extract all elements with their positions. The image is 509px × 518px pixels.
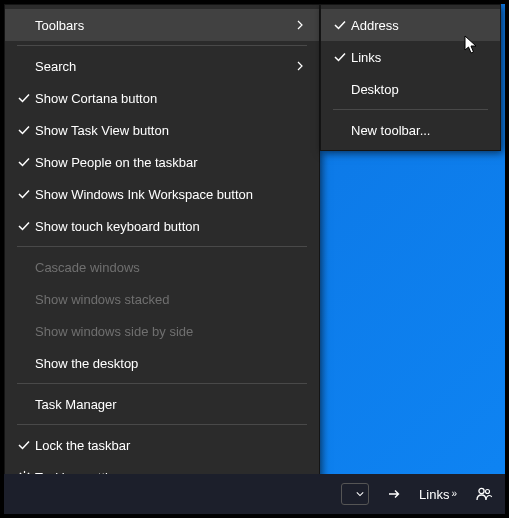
check-icon xyxy=(13,187,35,201)
menu-item-lock-taskbar[interactable]: Lock the taskbar xyxy=(5,429,319,461)
check-icon xyxy=(329,18,351,32)
menu-item-show-touch-keyboard[interactable]: Show touch keyboard button xyxy=(5,210,319,242)
links-toolbar[interactable]: Links » xyxy=(413,478,463,510)
menu-label: Show Cortana button xyxy=(35,91,305,106)
address-dropdown-button[interactable] xyxy=(341,483,369,505)
separator xyxy=(17,383,307,384)
menu-label: Task Manager xyxy=(35,397,305,412)
menu-label: Address xyxy=(351,18,486,33)
separator xyxy=(333,109,488,110)
menu-item-show-desktop[interactable]: Show the desktop xyxy=(5,347,319,379)
menu-item-cascade: Cascade windows xyxy=(5,251,319,283)
address-go-button[interactable] xyxy=(381,478,407,510)
svg-point-9 xyxy=(479,488,484,493)
separator xyxy=(17,246,307,247)
submenu-arrow-icon xyxy=(291,61,305,71)
submenu-item-new-toolbar[interactable]: New toolbar... xyxy=(321,114,500,146)
menu-label: Cascade windows xyxy=(35,260,305,275)
submenu-item-links[interactable]: Links xyxy=(321,41,500,73)
check-icon xyxy=(13,438,35,452)
menu-label: Lock the taskbar xyxy=(35,438,305,453)
check-icon xyxy=(13,219,35,233)
submenu-item-address[interactable]: Address xyxy=(321,9,500,41)
svg-point-10 xyxy=(486,490,490,494)
submenu-arrow-icon xyxy=(291,20,305,30)
check-icon xyxy=(329,50,351,64)
menu-label: New toolbar... xyxy=(351,123,486,138)
menu-item-show-cortana[interactable]: Show Cortana button xyxy=(5,82,319,114)
menu-label: Toolbars xyxy=(35,18,291,33)
menu-item-show-taskview[interactable]: Show Task View button xyxy=(5,114,319,146)
menu-item-side-by-side: Show windows side by side xyxy=(5,315,319,347)
submenu-item-desktop[interactable]: Desktop xyxy=(321,73,500,105)
menu-item-search[interactable]: Search xyxy=(5,50,319,82)
check-icon xyxy=(13,91,35,105)
menu-label: Show windows side by side xyxy=(35,324,305,339)
double-chevron-icon: » xyxy=(451,489,457,499)
menu-label: Show Task View button xyxy=(35,123,305,138)
menu-label: Show People on the taskbar xyxy=(35,155,305,170)
menu-label: Show Windows Ink Workspace button xyxy=(35,187,305,202)
menu-item-show-people[interactable]: Show People on the taskbar xyxy=(5,146,319,178)
people-button[interactable] xyxy=(469,478,499,510)
menu-item-task-manager[interactable]: Task Manager xyxy=(5,388,319,420)
menu-item-stacked: Show windows stacked xyxy=(5,283,319,315)
toolbars-submenu: Address Links Desktop New toolbar... xyxy=(320,4,501,151)
separator xyxy=(17,424,307,425)
menu-label: Desktop xyxy=(351,82,486,97)
taskbar[interactable]: Links » xyxy=(4,474,505,514)
address-toolbar-dropdown[interactable] xyxy=(335,478,375,510)
check-icon xyxy=(13,155,35,169)
chevron-down-icon xyxy=(356,490,364,498)
people-icon xyxy=(475,485,493,503)
menu-item-toolbars[interactable]: Toolbars xyxy=(5,9,319,41)
links-toolbar-label: Links xyxy=(419,487,449,502)
menu-label: Show touch keyboard button xyxy=(35,219,305,234)
menu-label: Show windows stacked xyxy=(35,292,305,307)
menu-label: Show the desktop xyxy=(35,356,305,371)
menu-label: Links xyxy=(351,50,486,65)
menu-item-show-ink[interactable]: Show Windows Ink Workspace button xyxy=(5,178,319,210)
menu-label: Search xyxy=(35,59,291,74)
separator xyxy=(17,45,307,46)
arrow-right-icon xyxy=(387,487,401,501)
check-icon xyxy=(13,123,35,137)
taskbar-context-menu: Toolbars Search Show Cortana button Show… xyxy=(4,4,320,488)
